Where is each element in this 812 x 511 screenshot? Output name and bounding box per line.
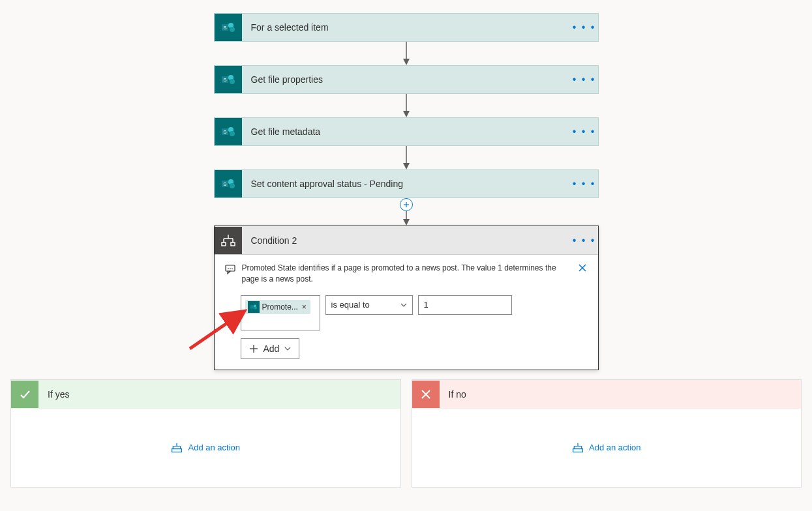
condition-icon <box>215 227 242 254</box>
condition-card: Condition 2 • • • Promoted State identif… <box>214 226 599 370</box>
svg-point-35 <box>230 268 231 269</box>
add-step-button[interactable] <box>400 198 413 211</box>
add-action-yes[interactable]: Add an action <box>171 442 240 454</box>
svg-point-9 <box>230 79 235 84</box>
svg-marker-5 <box>403 59 410 65</box>
dynamic-token[interactable]: Promote... × <box>245 300 310 314</box>
svg-text:S: S <box>223 181 226 187</box>
svg-point-36 <box>232 268 233 269</box>
sharepoint-icon <box>248 301 260 313</box>
close-icon[interactable] <box>577 263 588 273</box>
add-action-no[interactable]: Add an action <box>572 442 641 454</box>
svg-point-15 <box>230 131 235 136</box>
svg-rect-39 <box>250 305 254 308</box>
svg-text:S: S <box>223 77 226 83</box>
checkmark-icon <box>11 381 38 408</box>
add-expression-button[interactable]: Add <box>241 338 300 359</box>
value-text: 1 <box>424 300 429 310</box>
action-menu-button[interactable]: • • • <box>571 74 598 85</box>
condition-comment: Promoted State identifies if a page is p… <box>242 263 571 285</box>
action-label: For a selected item <box>242 22 571 33</box>
action-menu-button[interactable]: • • • <box>571 22 598 33</box>
chevron-down-icon <box>400 302 407 308</box>
flow-diagram: S For a selected item • • • S Get file p… <box>0 13 812 488</box>
condition-body: Promoted State identifies if a page is p… <box>215 255 598 370</box>
svg-text:S: S <box>223 25 226 31</box>
chevron-down-icon <box>284 345 291 352</box>
svg-point-34 <box>228 268 229 269</box>
add-action-icon <box>572 442 584 454</box>
add-step-connector <box>402 198 411 226</box>
connector <box>402 94 411 117</box>
action-menu-button[interactable]: • • • <box>571 178 598 190</box>
action-label: Set content approval status - Pending <box>242 179 571 189</box>
sharepoint-icon: S <box>215 66 242 93</box>
svg-marker-11 <box>403 111 410 117</box>
branch-yes-label: If yes <box>38 389 69 400</box>
svg-point-21 <box>230 183 235 188</box>
comment-icon <box>225 264 235 274</box>
svg-marker-17 <box>403 163 410 169</box>
sharepoint-icon: S <box>215 170 242 197</box>
condition-value-input[interactable]: 1 <box>418 295 512 315</box>
condition-branches: If yes Add an action If no Add an action <box>10 379 802 488</box>
svg-rect-31 <box>231 242 235 246</box>
action-get-file-metadata[interactable]: S Get file metadata • • • <box>214 117 599 146</box>
action-label: Get file metadata <box>242 126 571 137</box>
condition-left-operand[interactable]: Promote... × <box>241 295 320 330</box>
svg-rect-48 <box>172 448 182 452</box>
plus-icon <box>249 344 258 353</box>
branch-no-header[interactable]: If no <box>412 380 802 409</box>
condition-menu-button[interactable]: • • • <box>571 235 598 246</box>
action-set-approval-status[interactable]: S Set content approval status - Pending … <box>214 169 599 198</box>
branch-no-label: If no <box>440 389 466 400</box>
action-for-selected-item[interactable]: S For a selected item • • • <box>214 13 599 42</box>
operator-value: is equal to <box>331 300 370 310</box>
connector <box>402 42 411 65</box>
cross-icon <box>412 381 440 408</box>
svg-point-3 <box>230 27 235 32</box>
condition-title: Condition 2 <box>242 235 571 246</box>
sharepoint-icon: S <box>215 14 242 41</box>
sharepoint-icon: S <box>215 118 242 145</box>
action-get-file-properties[interactable]: S Get file properties • • • <box>214 65 599 94</box>
token-remove-button[interactable]: × <box>301 302 308 312</box>
branch-yes-header[interactable]: If yes <box>11 380 400 409</box>
branch-yes: If yes Add an action <box>10 379 401 488</box>
add-action-label: Add an action <box>589 443 641 452</box>
svg-marker-25 <box>403 219 410 226</box>
svg-text:S: S <box>223 129 226 135</box>
action-menu-button[interactable]: • • • <box>571 126 598 138</box>
add-button-label: Add <box>263 343 280 354</box>
token-label: Promote... <box>262 302 298 312</box>
svg-marker-33 <box>228 271 230 274</box>
svg-point-41 <box>254 306 257 309</box>
condition-header[interactable]: Condition 2 • • • <box>215 226 598 255</box>
svg-rect-30 <box>222 242 226 246</box>
add-action-icon <box>171 442 183 454</box>
add-action-label: Add an action <box>188 443 240 452</box>
branch-no: If no Add an action <box>412 379 802 488</box>
action-label: Get file properties <box>242 74 571 85</box>
condition-operator-select[interactable]: is equal to <box>325 295 413 315</box>
svg-rect-55 <box>573 448 583 452</box>
connector <box>402 146 411 169</box>
